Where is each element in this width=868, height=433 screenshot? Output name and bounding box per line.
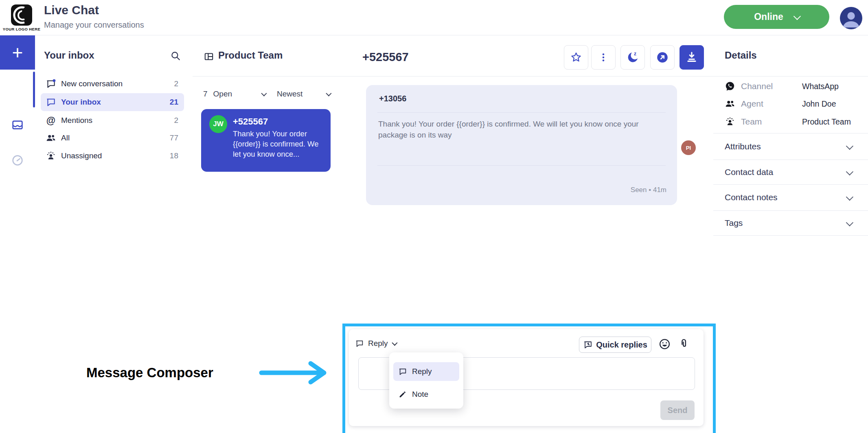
details-title: Details	[725, 50, 757, 61]
sidebar-item-unassigned[interactable]: Unassigned 18	[41, 147, 184, 165]
user-avatar[interactable]	[840, 7, 862, 29]
sidebar-item-all[interactable]: All 77	[41, 129, 184, 147]
favorite-button[interactable]	[564, 45, 588, 70]
chat-icon	[355, 339, 364, 348]
logo-caption: YOUR LOGO HERE	[1, 27, 42, 31]
detail-label: Team	[741, 117, 802, 127]
detail-label: Agent	[741, 99, 802, 109]
sidebar-item-mentions[interactable]: @ Mentions 2	[41, 112, 184, 129]
divider	[341, 76, 713, 77]
person-icon	[840, 7, 862, 29]
divider	[377, 165, 666, 166]
message-status: Seen • 41m	[631, 186, 666, 194]
divider	[193, 76, 341, 77]
avatar: JW	[209, 115, 227, 133]
reports-gauge-icon[interactable]	[11, 154, 24, 167]
conversation-list-item[interactable]: JW +525567 Thank you! Your order {{order…	[201, 109, 331, 172]
filter-open-dropdown[interactable]: 7 Open	[203, 90, 265, 98]
conversation-title: +525567	[233, 116, 268, 127]
sidebar-item-label: New conversation	[61, 79, 123, 88]
share-button[interactable]	[650, 45, 675, 70]
snooze-moon-icon: z	[626, 50, 640, 64]
count-badge: 2	[174, 79, 178, 88]
sidebar-item-your-inbox[interactable]: Your inbox 21	[41, 93, 184, 111]
more-options-button[interactable]	[591, 45, 616, 70]
section-label: Tags	[725, 218, 743, 228]
new-conversation-button[interactable]: +	[0, 35, 35, 70]
nav-rail: +	[0, 35, 35, 433]
top-header: YOUR LOGO HERE Live Chat Manage your con…	[0, 0, 868, 35]
status-label: Online	[754, 11, 783, 22]
sidebar-item-new-conversation[interactable]: New conversation 2	[41, 75, 184, 93]
detail-row-agent: Agent John Doe	[725, 96, 836, 112]
contact-avatar: PI	[681, 140, 696, 155]
quick-replies-button[interactable]: Quick replies	[579, 337, 651, 353]
message-body: Thank you! Your order {{order}} is confi…	[378, 118, 663, 140]
section-contact-data[interactable]: Contact data	[725, 160, 852, 184]
people-icon	[725, 98, 735, 109]
section-tags[interactable]: Tags	[725, 211, 852, 235]
sidebar-item-label: Unassigned	[61, 151, 102, 160]
chat-icon	[398, 367, 407, 376]
count-badge: 2	[174, 116, 178, 125]
search-icon[interactable]	[170, 50, 181, 61]
divider	[713, 235, 868, 236]
whatsapp-icon	[725, 81, 735, 92]
team-panel-title: Product Team	[218, 50, 283, 61]
company-logo-icon	[11, 4, 32, 26]
chevron-down-icon	[846, 168, 853, 175]
sidebar-item-label: Your inbox	[61, 98, 101, 107]
sort-dropdown[interactable]: Newest	[277, 90, 330, 98]
chevron-down-icon	[326, 91, 332, 96]
divider	[377, 112, 666, 113]
paperclip-icon	[678, 338, 690, 350]
annotation-arrow-icon	[259, 360, 338, 386]
filter-label: Open	[213, 90, 232, 98]
live-chat-app: YOUR LOGO HERE Live Chat Manage your con…	[0, 0, 868, 433]
section-attributes[interactable]: Attributes	[725, 134, 852, 159]
svg-text:z: z	[634, 51, 636, 57]
attachment-button[interactable]	[677, 337, 691, 351]
archive-down-icon	[685, 50, 699, 64]
detail-value: John Doe	[802, 99, 836, 109]
section-contact-notes[interactable]: Contact notes	[725, 185, 852, 210]
details-panel: Details Channel WhatsApp Agent John	[713, 35, 868, 433]
inbox-panel-title: Your inbox	[44, 50, 94, 61]
menu-item-label: Note	[412, 390, 428, 399]
menu-item-reply[interactable]: Reply	[393, 362, 459, 381]
count-badge: 77	[170, 133, 178, 142]
chevron-down-icon	[392, 340, 397, 346]
message-bubble: +13056 Thank you! Your order {{order}} i…	[366, 85, 677, 205]
quick-replies-label: Quick replies	[596, 340, 647, 350]
chat-title: +525567	[362, 50, 409, 64]
people-icon	[46, 133, 56, 143]
chat-new-icon	[46, 79, 56, 89]
chevron-down-icon	[846, 193, 853, 200]
reply-mode-label: Reply	[368, 339, 388, 348]
emoji-button[interactable]	[658, 337, 671, 351]
snooze-button[interactable]: z	[620, 45, 645, 70]
section-label: Contact data	[725, 167, 773, 177]
chat-icon	[46, 97, 56, 107]
reply-mode-dropdown[interactable]: Reply	[355, 336, 396, 351]
detail-row-team: Team Product Team	[725, 114, 851, 130]
detail-value: Product Team	[802, 117, 851, 127]
resolve-button[interactable]	[679, 45, 704, 70]
send-button[interactable]: Send	[660, 400, 695, 420]
detail-value: WhatsApp	[802, 82, 839, 91]
section-label: Contact notes	[725, 192, 778, 202]
star-icon	[570, 51, 582, 63]
inbox-nav-icon[interactable]	[11, 118, 24, 131]
person-dots-icon	[725, 116, 735, 127]
sort-label: Newest	[277, 90, 302, 98]
open-count: 7	[203, 90, 208, 98]
menu-item-note[interactable]: Note	[393, 385, 459, 404]
status-dropdown-button[interactable]: Online	[724, 5, 829, 29]
count-badge: 21	[170, 98, 178, 107]
page-title: Live Chat	[44, 3, 99, 17]
detail-row-channel: Channel WhatsApp	[725, 78, 839, 94]
arrow-up-right-icon	[656, 51, 669, 64]
message-sender: +13056	[379, 94, 406, 103]
chevron-down-icon	[846, 142, 853, 149]
at-icon: @	[46, 115, 56, 126]
